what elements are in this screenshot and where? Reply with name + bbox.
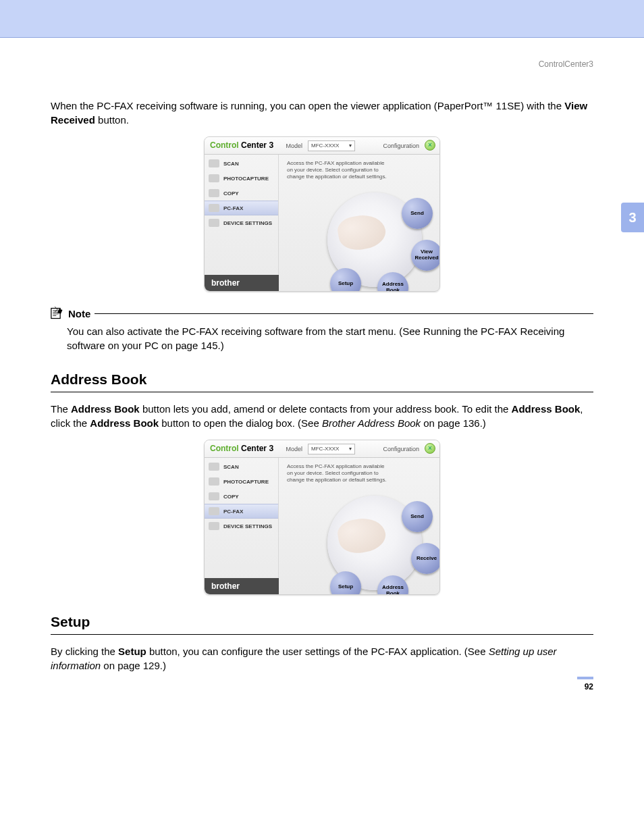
page-number-rule — [577, 677, 593, 679]
intro-pre: When the PC-FAX receiving software is ru… — [51, 100, 564, 111]
note-pre: You can also activate the PC-FAX receivi… — [67, 325, 423, 337]
note-icon — [51, 307, 64, 320]
note-rule — [95, 313, 593, 314]
sidebar-item-copy[interactable]: COPY — [205, 489, 278, 504]
orb-receive[interactable]: Receive — [411, 543, 440, 574]
sidebar-label: DEVICE SETTINGS — [223, 220, 272, 226]
txt-b: Setup — [118, 646, 146, 657]
scan-icon — [209, 463, 219, 471]
sidebar-label: SCAN — [223, 464, 239, 470]
copy-icon — [209, 492, 219, 500]
cc-titlebar: Control Center 3 Model MFC-XXXX ▾ Config… — [205, 440, 439, 458]
sidebar-item-scan[interactable]: SCAN — [205, 459, 278, 474]
cc-model-select[interactable]: MFC-XXXX ▾ — [308, 444, 355, 454]
cc-main-panel: Access the PC-FAX application available … — [279, 155, 439, 291]
scan-icon — [209, 159, 219, 167]
sidebar-item-photocapture[interactable]: PHOTOCAPTURE — [205, 474, 278, 489]
sidebar-item-photocapture[interactable]: PHOTOCAPTURE — [205, 171, 278, 186]
photocapture-icon — [209, 174, 219, 182]
cc-sidebar: SCAN PHOTOCAPTURE COPY PC-FAX DEVICE SET… — [205, 155, 279, 291]
cc-titlebar: Control Center 3 Model MFC-XXXX ▾ Config… — [205, 137, 439, 155]
devicesettings-icon — [209, 219, 219, 227]
controlcenter-window: Control Center 3 Model MFC-XXXX ▾ Config… — [204, 136, 440, 292]
sidebar-label: COPY — [223, 494, 239, 500]
cc-title: Control Center 3 — [210, 444, 274, 454]
sidebar-label: PHOTOCAPTURE — [223, 176, 269, 182]
txt-b: Address Book — [71, 403, 140, 415]
sidebar-item-devicesettings[interactable]: DEVICE SETTINGS — [205, 519, 278, 533]
chevron-down-icon: ▾ — [349, 446, 352, 452]
orb-view-received[interactable]: View Received — [411, 240, 440, 271]
cc-main-panel: Access the PC-FAX application available … — [279, 458, 439, 594]
txt: on page 136.) — [421, 417, 486, 429]
txt: button to open the dialog box. (See — [159, 417, 322, 429]
figure-controlcenter-1: Control Center 3 Model MFC-XXXX ▾ Config… — [51, 136, 593, 292]
txt: The — [51, 403, 71, 415]
setup-paragraph: By clicking the Setup button, you can co… — [51, 644, 593, 673]
cc-brand: brother — [205, 275, 279, 291]
sidebar-label: SCAN — [223, 161, 239, 167]
sidebar-item-scan[interactable]: SCAN — [205, 156, 278, 171]
running-head: ControlCenter3 — [539, 59, 593, 69]
txt: button, you can configure the user setti… — [146, 646, 489, 657]
cc-wheel: Send Receive Address Book Setup — [307, 475, 440, 595]
txt: button lets you add, amend or delete con… — [140, 403, 512, 415]
sidebar-item-copy[interactable]: COPY — [205, 186, 278, 201]
heading-address-book: Address Book — [51, 371, 593, 388]
cc-title-rest: Center — [239, 444, 269, 453]
orb-send[interactable]: Send — [402, 501, 433, 532]
sidebar-label: DEVICE SETTINGS — [223, 523, 272, 529]
intro-post: button. — [95, 114, 129, 126]
cc-title-rest: Center — [239, 140, 269, 150]
sidebar-label: PC-FAX — [223, 205, 243, 211]
txt-b: Address Book — [90, 417, 159, 429]
controlcenter-window: Control Center 3 Model MFC-XXXX ▾ Config… — [204, 440, 440, 595]
cc-model-value: MFC-XXXX — [311, 446, 339, 452]
cc-title-three: 3 — [269, 141, 273, 151]
txt: on page 129.) — [101, 660, 166, 671]
address-book-paragraph: The Address Book button lets you add, am… — [51, 402, 593, 430]
orb-send[interactable]: Send — [402, 198, 433, 229]
page-content: ControlCenter3 3 When the PC-FAX receivi… — [0, 38, 644, 721]
cc-title-green: Control — [210, 444, 239, 453]
sidebar-item-devicesettings[interactable]: DEVICE SETTINGS — [205, 215, 278, 230]
cc-model-value: MFC-XXXX — [311, 142, 339, 149]
heading-rule — [51, 634, 593, 635]
cc-configuration-link[interactable]: Configuration — [383, 142, 419, 149]
cc-title: Control Center 3 — [210, 140, 274, 151]
page-number: 92 — [585, 682, 593, 692]
pcfax-icon — [209, 204, 219, 212]
intro-paragraph: When the PC-FAX receiving software is ru… — [51, 99, 593, 127]
cc-configuration-link[interactable]: Configuration — [383, 446, 419, 452]
cc-brand: brother — [205, 578, 279, 594]
devicesettings-icon — [209, 522, 219, 530]
chevron-down-icon: ▾ — [349, 142, 352, 149]
sidebar-item-pcfax[interactable]: PC-FAX — [205, 504, 278, 519]
cc-title-green: Control — [210, 140, 239, 150]
sidebar-label: PC-FAX — [223, 509, 243, 515]
cc-model-label: Model — [286, 446, 303, 452]
sidebar-item-pcfax[interactable]: PC-FAX — [205, 201, 278, 215]
heading-setup: Setup — [51, 614, 593, 630]
cc-model-label: Model — [286, 142, 303, 149]
page-header-bar — [0, 0, 644, 38]
xref-address-book: Brother Address Book — [322, 417, 421, 429]
sidebar-label: COPY — [223, 190, 239, 197]
copy-icon — [209, 189, 219, 197]
close-icon[interactable]: × — [425, 140, 435, 151]
note-body: You can also activate the PC-FAX receivi… — [67, 324, 593, 353]
cc-model-select[interactable]: MFC-XXXX ▾ — [308, 140, 355, 151]
pcfax-icon — [209, 507, 219, 515]
chapter-tab: 3 — [621, 203, 644, 232]
note-post: on page 145.) — [159, 340, 224, 351]
sidebar-label: PHOTOCAPTURE — [223, 479, 269, 485]
figure-controlcenter-2: Control Center 3 Model MFC-XXXX ▾ Config… — [51, 440, 593, 595]
heading-rule — [51, 392, 593, 392]
cc-wheel: Send View Received Address Book Setup — [307, 172, 440, 292]
txt: By clicking the — [51, 646, 118, 657]
cc-title-three: 3 — [269, 444, 273, 454]
close-icon[interactable]: × — [425, 443, 435, 454]
cc-sidebar: SCAN PHOTOCAPTURE COPY PC-FAX DEVICE SET… — [205, 458, 279, 594]
txt-b: Address Book — [512, 403, 581, 415]
note-label: Note — [68, 308, 90, 319]
